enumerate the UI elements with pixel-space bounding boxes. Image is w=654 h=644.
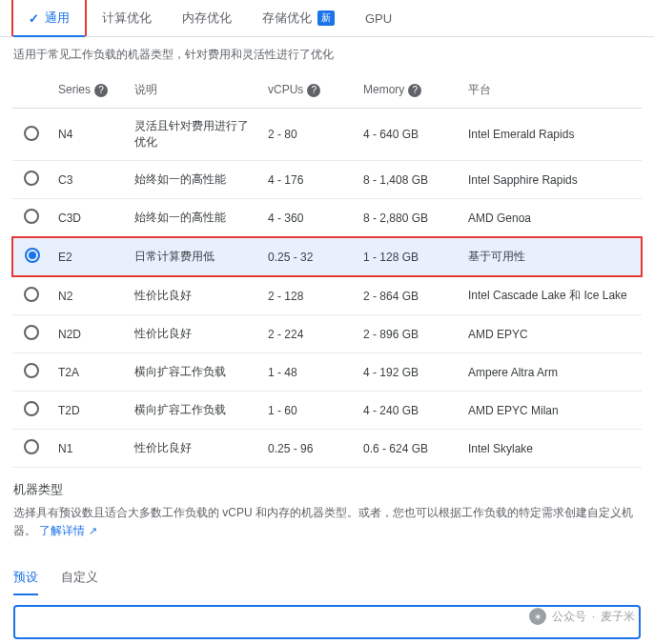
category-tabs: ✓ 通用 计算优化 内存优化 存储优化 新 GPU: [0, 0, 654, 37]
radio-button[interactable]: [24, 401, 39, 416]
cell-vcpus: 2 - 80: [260, 109, 356, 161]
series-table: Series? 说明 vCPUs? Memory? 平台 N4灵活且针对费用进行…: [11, 72, 643, 468]
table-row[interactable]: N2D性价比良好2 - 2242 - 896 GBAMD EPYC: [12, 315, 642, 353]
cell-series: N2: [51, 276, 127, 315]
radio-button[interactable]: [24, 171, 39, 186]
cell-series: C3D: [51, 199, 127, 238]
tab-compute-optimized[interactable]: 计算优化: [87, 0, 167, 36]
check-icon: ✓: [29, 11, 39, 26]
radio-button[interactable]: [25, 248, 40, 263]
cell-vcpus: 0.25 - 96: [260, 430, 356, 468]
machine-type-description: 选择具有预设数且适合大多数工作负载的 vCPU 和内存的机器类型。或者，您也可以…: [13, 504, 641, 540]
cell-series: C3: [51, 161, 127, 199]
cell-description: 始终如一的高性能: [127, 199, 260, 238]
cell-memory: 8 - 1,408 GB: [356, 161, 460, 199]
radio-button[interactable]: [24, 287, 39, 302]
radio-button[interactable]: [24, 363, 39, 378]
cell-platform: Intel Cascade Lake 和 Ice Lake: [460, 276, 642, 315]
cell-platform: Intel Sapphire Rapids: [460, 161, 642, 199]
cell-memory: 4 - 640 GB: [356, 109, 460, 161]
subtab-custom[interactable]: 自定义: [61, 561, 98, 595]
table-row[interactable]: T2A横向扩容工作负载1 - 484 - 192 GBAmpere Altra …: [12, 353, 642, 392]
cell-platform: Intel Skylake: [460, 430, 642, 468]
radio-button[interactable]: [24, 325, 39, 340]
cell-platform: AMD EPYC Milan: [460, 392, 642, 430]
cell-description: 性价比良好: [127, 276, 260, 315]
help-icon[interactable]: ?: [94, 84, 108, 97]
table-row[interactable]: N1性价比良好0.25 - 960.6 - 624 GBIntel Skylak…: [12, 430, 642, 468]
help-icon[interactable]: ?: [408, 84, 421, 97]
cell-platform: AMD Genoa: [460, 199, 642, 238]
cell-memory: 4 - 240 GB: [356, 392, 460, 430]
table-row[interactable]: N4灵活且针对费用进行了优化2 - 804 - 640 GBIntel Emer…: [12, 109, 642, 161]
learn-more-link[interactable]: 了解详情 ↗: [39, 524, 96, 537]
cell-series: N2D: [51, 315, 127, 353]
table-row[interactable]: E2日常计算费用低0.25 - 321 - 128 GB基于可用性: [12, 237, 642, 276]
filter-row: 过滤条件 实例大小: [0, 639, 654, 644]
tab-label: 通用: [45, 10, 70, 27]
cell-platform: Ampere Altra Arm: [460, 353, 642, 392]
header-series: Series?: [51, 72, 127, 109]
cell-description: 横向扩容工作负载: [127, 392, 260, 430]
table-row[interactable]: C3始终如一的高性能4 - 1768 - 1,408 GBIntel Sapph…: [12, 161, 642, 199]
new-badge: 新: [317, 10, 335, 26]
tab-storage-optimized[interactable]: 存储优化 新: [247, 0, 350, 36]
cell-description: 性价比良好: [127, 430, 260, 468]
table-row[interactable]: T2D横向扩容工作负载1 - 604 - 240 GBAMD EPYC Mila…: [12, 392, 642, 430]
cell-series: E2: [51, 237, 127, 276]
cell-vcpus: 2 - 128: [260, 276, 356, 315]
watermark: ✶ 公众号 · 麦子米: [529, 608, 635, 625]
cell-memory: 8 - 2,880 GB: [356, 199, 460, 238]
category-description: 适用于常见工作负载的机器类型，针对费用和灵活性进行了优化: [0, 37, 654, 72]
table-row[interactable]: N2性价比良好2 - 1282 - 864 GBIntel Cascade La…: [12, 276, 642, 315]
cell-platform: 基于可用性: [460, 237, 642, 276]
cell-description: 始终如一的高性能: [127, 161, 260, 199]
header-platform: 平台: [460, 72, 642, 109]
cell-description: 灵活且针对费用进行了优化: [127, 109, 260, 161]
table-row[interactable]: C3D始终如一的高性能4 - 3608 - 2,880 GBAMD Genoa: [12, 199, 642, 238]
cell-platform: Intel Emerald Rapids: [460, 109, 642, 161]
tab-general[interactable]: ✓ 通用: [11, 0, 87, 36]
cell-vcpus: 4 - 360: [260, 199, 356, 238]
machine-type-title: 机器类型: [13, 481, 641, 498]
cell-series: N4: [51, 109, 127, 161]
cell-vcpus: 1 - 60: [260, 392, 356, 430]
radio-button[interactable]: [24, 126, 39, 141]
cell-memory: 0.6 - 624 GB: [356, 430, 460, 468]
cell-series: N1: [51, 430, 127, 468]
cell-memory: 2 - 896 GB: [356, 315, 460, 353]
header-vcpus: vCPUs?: [260, 72, 356, 109]
cell-memory: 1 - 128 GB: [356, 237, 460, 276]
header-memory: Memory?: [356, 72, 460, 109]
cell-memory: 2 - 864 GB: [356, 276, 460, 315]
subtab-preset[interactable]: 预设: [13, 561, 38, 595]
cell-vcpus: 1 - 48: [260, 353, 356, 392]
cell-series: T2D: [51, 392, 127, 430]
cell-series: T2A: [51, 353, 127, 392]
radio-button[interactable]: [24, 439, 39, 454]
header-description: 说明: [127, 72, 260, 109]
machine-type-subtabs: 预设 自定义: [0, 561, 654, 595]
external-link-icon: ↗: [89, 525, 97, 536]
tab-gpu[interactable]: GPU: [350, 0, 407, 36]
tab-memory-optimized[interactable]: 内存优化: [167, 0, 247, 36]
cell-vcpus: 4 - 176: [260, 161, 356, 199]
cell-description: 横向扩容工作负载: [127, 353, 260, 392]
machine-type-section: 机器类型 选择具有预设数且适合大多数工作负载的 vCPU 和内存的机器类型。或者…: [0, 468, 654, 553]
cell-description: 日常计算费用低: [127, 237, 260, 276]
cell-platform: AMD EPYC: [460, 315, 642, 353]
help-icon[interactable]: ?: [307, 84, 320, 97]
cell-vcpus: 0.25 - 32: [260, 237, 356, 276]
cell-vcpus: 2 - 224: [260, 315, 356, 353]
radio-button[interactable]: [24, 209, 39, 224]
cell-memory: 4 - 192 GB: [356, 353, 460, 392]
wechat-icon: ✶: [529, 608, 546, 625]
cell-description: 性价比良好: [127, 315, 260, 353]
